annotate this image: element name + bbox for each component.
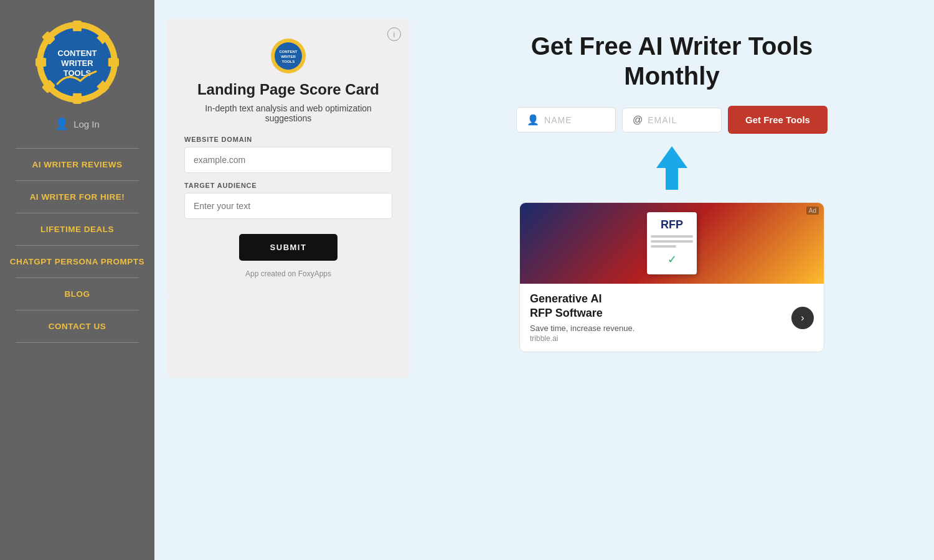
name-input-wrapper[interactable]: 👤 NAME (516, 107, 616, 133)
get-tools-button[interactable]: Get Free Tools (728, 106, 828, 134)
person-icon: 👤 (55, 117, 68, 131)
ad-body: Generative AI RFP Software Save time, in… (520, 284, 824, 352)
email-input-wrapper[interactable]: @ EMAIL (622, 108, 722, 133)
name-placeholder: NAME (544, 115, 572, 125)
logo[interactable]: CONTENT WRITER TOOLS (34, 19, 121, 106)
email-placeholder: EMAIL (648, 115, 677, 125)
divider-top (16, 148, 139, 149)
sidebar-item-ai-writer-for-hire[interactable]: AI WRITER FOR HIRE! (0, 184, 154, 210)
target-audience-input[interactable] (184, 193, 392, 219)
subscribe-row: 👤 NAME @ EMAIL Get Free Tools (435, 106, 909, 134)
divider-bottom (16, 342, 139, 343)
person-input-icon: 👤 (527, 114, 539, 126)
card-title: Landing Page Score Card (197, 81, 379, 98)
ad-label: Ad (806, 207, 819, 215)
svg-rect-3 (73, 93, 82, 104)
card-subtitle: In-depth text analysis and web optimizat… (184, 103, 392, 123)
promo-section: Get Free AI Writer Tools Monthly 👤 NAME … (422, 25, 922, 190)
ad-card: Ad RFP ✓ Gene (519, 202, 824, 352)
sidebar-item-blog[interactable]: BLOG (0, 281, 154, 307)
submit-button[interactable]: SUBMIT (239, 234, 338, 261)
main-content: i CONTENT WRITER TOOLS Landing Page Scor… (154, 0, 934, 560)
website-domain-group: WEBSITE DOMAIN (184, 136, 392, 173)
ad-description: Save time, increase revenue. (530, 324, 634, 333)
website-domain-label: WEBSITE DOMAIN (184, 136, 392, 143)
rfp-lines (651, 235, 693, 250)
divider-2 (16, 213, 139, 213)
ad-text-block: Generative AI RFP Software Save time, in… (530, 292, 634, 343)
svg-rect-4 (35, 58, 47, 67)
target-audience-group: TARGET AUDIENCE (184, 182, 392, 219)
login-label: Log In (73, 119, 100, 129)
card-empty-area (167, 297, 410, 378)
svg-text:WRITER: WRITER (281, 55, 296, 58)
rfp-title-text: RFP (661, 218, 683, 231)
website-domain-input[interactable] (184, 147, 392, 173)
sidebar: CONTENT WRITER TOOLS 👤 Log In AI WRITER … (0, 0, 154, 560)
svg-marker-19 (656, 146, 687, 190)
sidebar-item-chatgpt-persona[interactable]: CHATGPT PERSONA PROMPTS (0, 248, 154, 275)
ad-image: Ad RFP ✓ (520, 203, 824, 284)
card-logo: CONTENT WRITER TOOLS (270, 37, 307, 75)
divider-3 (16, 245, 139, 246)
app-credit: App created on FoxyApps (245, 269, 331, 278)
promo-title: Get Free AI Writer Tools Monthly (435, 31, 909, 91)
svg-rect-5 (108, 58, 119, 67)
login-link[interactable]: 👤 Log In (55, 117, 100, 131)
divider-1 (16, 180, 139, 181)
ad-image-content: RFP ✓ (647, 212, 697, 274)
rfp-document: RFP ✓ (647, 212, 697, 274)
ad-source: tribble.ai (530, 334, 634, 343)
svg-text:TOOLS: TOOLS (282, 60, 295, 63)
svg-rect-2 (73, 21, 82, 32)
email-input-icon: @ (633, 114, 643, 126)
center-area: i CONTENT WRITER TOOLS Landing Page Scor… (167, 19, 410, 541)
score-card: i CONTENT WRITER TOOLS Landing Page Scor… (167, 19, 410, 297)
target-audience-label: TARGET AUDIENCE (184, 182, 392, 189)
divider-5 (16, 310, 139, 310)
arrow-up (435, 146, 909, 190)
info-icon[interactable]: i (387, 27, 401, 41)
sidebar-item-lifetime-deals[interactable]: LIFETIME DEALS (0, 216, 154, 243)
ad-headline1: Generative AI (530, 292, 634, 306)
svg-text:WRITER: WRITER (61, 58, 93, 68)
sidebar-item-ai-writer-reviews[interactable]: AI WRITER REVIEWS (0, 151, 154, 178)
svg-text:CONTENT: CONTENT (280, 50, 298, 54)
ad-chevron-button[interactable]: › (791, 307, 814, 329)
divider-4 (16, 278, 139, 278)
svg-text:CONTENT: CONTENT (58, 49, 97, 58)
right-area: Get Free AI Writer Tools Monthly 👤 NAME … (422, 19, 922, 541)
ad-headline2: RFP Software (530, 307, 634, 320)
sidebar-item-contact-us[interactable]: CONTACT US (0, 313, 154, 340)
rfp-checkmark: ✓ (667, 253, 677, 266)
